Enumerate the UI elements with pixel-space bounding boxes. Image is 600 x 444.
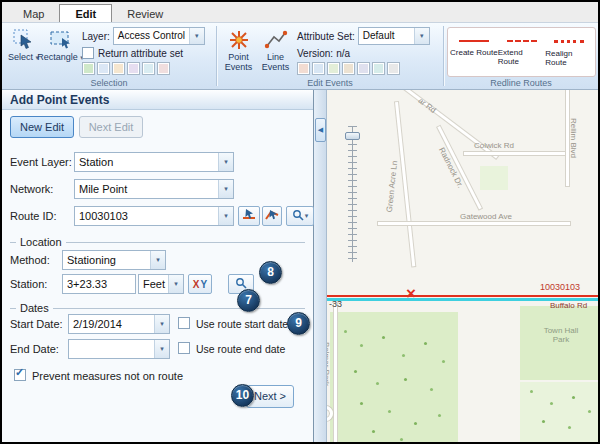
- extend-route-button[interactable]: Extend Route: [498, 30, 546, 74]
- method-select[interactable]: Stationing ▾: [62, 250, 166, 270]
- selection-group: Select ▾ Rectangle ▾ Layer: Access Contr…: [2, 23, 216, 89]
- realign-route-label: Realign Route: [545, 49, 593, 67]
- location-group-legend: Location: [16, 236, 66, 248]
- toolbar-icon[interactable]: [372, 62, 385, 75]
- return-attribute-set-label: Return attribute set: [98, 48, 183, 59]
- route-id-select[interactable]: 10030103 ▾: [74, 206, 234, 226]
- select-label: Select: [8, 52, 33, 62]
- toolbar-icon[interactable]: [342, 62, 355, 75]
- rectangle-select-icon: [49, 28, 73, 52]
- start-date-label: Start Date:: [10, 318, 63, 330]
- callout-8: 8: [259, 261, 282, 284]
- rectangle-tool-button[interactable]: Rectangle ▾: [42, 25, 79, 77]
- realign-route-button[interactable]: Realign Route: [545, 30, 593, 74]
- new-edit-button[interactable]: New Edit: [10, 116, 74, 138]
- panel-title: Add Point Events: [2, 90, 313, 110]
- point-events-button[interactable]: Point Events: [220, 25, 257, 77]
- return-attribute-set-checkbox[interactable]: [82, 47, 94, 59]
- select-route-from-map-button[interactable]: [262, 206, 282, 226]
- street-label: Gatewood Ave: [460, 212, 512, 221]
- toolbar-icon[interactable]: [357, 62, 370, 75]
- pick-route-on-map-button[interactable]: [238, 206, 260, 226]
- prevent-measures-checkbox[interactable]: ✓: [14, 369, 26, 381]
- tab-edit[interactable]: Edit: [59, 4, 112, 22]
- attribute-set-label: Attribute Set:: [297, 31, 355, 42]
- tab-review[interactable]: Review: [112, 5, 178, 22]
- route-id-label: Route ID:: [10, 210, 56, 222]
- event-layer-label: Event Layer:: [10, 156, 72, 168]
- tree-symbols: [530, 390, 533, 393]
- toolbar-icon[interactable]: [97, 62, 110, 75]
- zoom-slider[interactable]: [348, 126, 357, 262]
- network-value: Mile Point: [75, 180, 218, 198]
- caret-down-icon[interactable]: ▾: [189, 28, 204, 44]
- station-input[interactable]: 3+23.33: [62, 274, 136, 294]
- xy-coordinates-button[interactable]: XY: [188, 274, 212, 294]
- toolbar-icon[interactable]: [297, 62, 310, 75]
- park-area: [330, 312, 458, 442]
- dates-group: Dates Start Date: 2/19/2014 ▾ Use route …: [8, 302, 307, 366]
- caret-down-icon[interactable]: ▾: [150, 251, 165, 269]
- caret-down-icon[interactable]: ▾: [154, 340, 169, 358]
- caret-down-icon[interactable]: ▾: [154, 315, 169, 333]
- panel-splitter[interactable]: [314, 90, 327, 442]
- event-layer-value: Station: [75, 153, 218, 171]
- street-label: Colwick Rd: [474, 141, 514, 150]
- group-divider: [10, 308, 305, 309]
- toolbar-icon[interactable]: [312, 62, 325, 75]
- method-label: Method:: [10, 254, 50, 266]
- toolbar-icon[interactable]: [387, 62, 400, 75]
- units-value: Feet: [139, 275, 168, 293]
- line-events-icon: [264, 28, 288, 52]
- line-events-button[interactable]: Line Events: [257, 25, 294, 77]
- end-date-input[interactable]: ▾: [68, 339, 170, 359]
- tab-map[interactable]: Map: [8, 5, 59, 22]
- caret-down-icon[interactable]: ▾: [218, 207, 233, 225]
- measure-label: -33: [329, 299, 342, 309]
- caret-down-icon: ▾: [305, 212, 309, 220]
- street-label: Green Acre Ln: [383, 144, 401, 228]
- zoom-slider-handle[interactable]: [345, 132, 360, 140]
- use-route-start-date-checkbox[interactable]: [178, 317, 190, 329]
- toolbar-icon[interactable]: [82, 62, 95, 75]
- toolbar-icon[interactable]: [112, 62, 125, 75]
- rectangle-label: Rectangle: [37, 52, 78, 62]
- route-name-label: Buffalo Rd: [550, 301, 587, 310]
- street-label: Rellim Blvd: [569, 118, 578, 158]
- extend-route-icon: [507, 40, 537, 42]
- toolbar-icon[interactable]: [327, 62, 340, 75]
- caret-down-icon[interactable]: ▾: [414, 28, 429, 44]
- layer-select[interactable]: Access Control ▾: [113, 27, 205, 45]
- collapse-panel-button[interactable]: ◀: [315, 118, 326, 142]
- units-select[interactable]: Feet ▾: [138, 274, 184, 294]
- event-layer-select[interactable]: Station ▾: [74, 152, 234, 172]
- edit-events-group-label: Edit Events: [217, 78, 443, 88]
- callout-9: 9: [287, 312, 310, 335]
- caret-down-icon[interactable]: ▾: [218, 180, 233, 198]
- toolbar-icon[interactable]: [142, 62, 155, 75]
- network-select[interactable]: Mile Point ▾: [74, 179, 234, 199]
- select-tool-button[interactable]: Select ▾: [5, 25, 42, 77]
- callout-7: 7: [237, 289, 260, 312]
- street-line: [378, 222, 570, 225]
- street-line: [334, 304, 337, 442]
- toolbar-icon[interactable]: [127, 62, 140, 75]
- redline-routes-group-label: Redline Routes: [444, 78, 598, 88]
- town-hall-park-label: Town Hall Park: [526, 326, 596, 344]
- method-value: Stationing: [63, 251, 150, 269]
- toolbar-icon[interactable]: [157, 62, 170, 75]
- route-search-button[interactable]: ▾: [286, 206, 314, 226]
- map-canvas[interactable]: ◀ ar Rd Colwick Rd Rellim Blvd Radnock D…: [314, 90, 598, 442]
- selection-group-label: Selection: [2, 78, 216, 88]
- create-route-button[interactable]: Create Route: [450, 30, 498, 74]
- network-label: Network:: [10, 183, 53, 195]
- next-edit-button[interactable]: Next Edit: [79, 116, 143, 138]
- caret-down-icon[interactable]: ▾: [168, 275, 183, 293]
- caret-down-icon[interactable]: ▾: [218, 153, 233, 171]
- point-events-label: Events: [225, 62, 253, 72]
- point-events-label: Point: [228, 52, 249, 62]
- attribute-set-select[interactable]: Default ▾: [358, 27, 430, 45]
- use-route-start-date-label: Use route start date: [196, 318, 288, 330]
- start-date-input[interactable]: 2/19/2014 ▾: [68, 314, 170, 334]
- use-route-end-date-checkbox[interactable]: [178, 342, 190, 354]
